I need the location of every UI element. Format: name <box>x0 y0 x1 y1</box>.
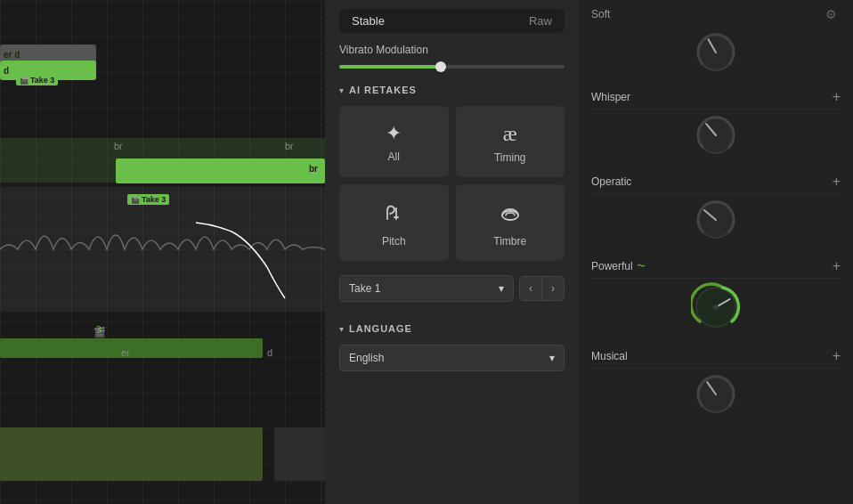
take-value: Take 1 <box>349 282 380 295</box>
musical-label: Musical <box>591 350 628 362</box>
green-bar: br <box>116 159 325 183</box>
soft-knob-container <box>588 27 844 82</box>
timing-icon: æ <box>503 123 517 144</box>
operatic-row: Operatic + <box>588 167 844 194</box>
powerful-name-group: Powerful 〜 <box>591 260 646 272</box>
stable-raw-bar[interactable]: Stable Raw <box>339 9 565 33</box>
retake-label-all: All <box>388 150 400 163</box>
section-arrow-language: ▾ <box>339 324 344 334</box>
note-placeholder <box>274 427 325 481</box>
language-title: LANGUAGE <box>349 323 412 334</box>
language-value: English <box>349 352 384 364</box>
nav-arrows: ‹ › <box>519 276 565 301</box>
nav-next-btn[interactable]: › <box>542 277 564 300</box>
ai-retakes-header[interactable]: ▾ AI RETAKES <box>325 77 579 101</box>
language-dropdown-arrow: ▾ <box>549 352 555 364</box>
svg-point-5 <box>713 305 719 310</box>
whisper-label: Whisper <box>591 91 630 103</box>
style-item-operatic: Operatic + <box>588 167 844 249</box>
language-header[interactable]: ▾ LANGUAGE <box>325 316 579 339</box>
retakes-grid: ✦ All æ Timing Pitch <box>325 101 579 272</box>
musical-row: Musical + <box>588 341 844 369</box>
take-badge-2: Take 3 <box>127 194 169 205</box>
stable-label: Stable <box>352 14 385 28</box>
take-selector-row: Take 1 ▾ ‹ › <box>325 272 579 313</box>
d-label: d <box>267 347 272 358</box>
retake-label-timbre: Timbre <box>493 235 526 248</box>
powerful-active-icon: 〜 <box>637 260 646 272</box>
br-label-3: br <box>309 164 318 174</box>
br-label-2: br <box>285 141 294 151</box>
language-section: ▾ LANGUAGE English ▾ <box>325 313 579 378</box>
operatic-label: Operatic <box>591 175 631 188</box>
whisper-row: Whisper + <box>588 82 844 110</box>
operatic-add-btn[interactable]: + <box>833 174 841 190</box>
whisper-knob-container <box>588 110 844 165</box>
vibrato-section: Vibrato Modulation <box>325 33 579 77</box>
musical-knob[interactable] <box>694 372 738 417</box>
powerful-row: Powerful 〜 + <box>588 251 844 279</box>
waveform-area: Take 3 🎬 3 <box>0 187 325 312</box>
style-item-whisper: Whisper + <box>588 82 844 165</box>
top-bar: Soft ⚙ <box>588 0 844 27</box>
musical-knob-container <box>588 369 844 424</box>
br-label-1: br <box>114 141 123 151</box>
all-icon: ✦ <box>386 124 402 143</box>
slider-thumb[interactable] <box>435 61 446 72</box>
retake-card-timbre[interactable]: Timbre <box>456 184 565 261</box>
retake-card-pitch[interactable]: Pitch <box>339 184 449 261</box>
waveform-svg <box>0 187 325 312</box>
whisper-knob[interactable] <box>694 113 738 158</box>
retake-label-pitch: Pitch <box>382 235 406 248</box>
gear-button[interactable]: ⚙ <box>822 4 841 25</box>
center-panel: Stable Raw Vibrato Modulation ▾ AI RETAK… <box>325 0 579 504</box>
whisper-add-btn[interactable]: + <box>833 89 841 105</box>
style-item-powerful: Powerful 〜 + <box>588 251 844 339</box>
operatic-knob-container <box>588 194 844 249</box>
bottom-note-2[interactable] <box>0 427 263 481</box>
film-number-2: 3 <box>96 325 102 335</box>
pitch-icon <box>382 201 405 228</box>
raw-label: Raw <box>529 14 552 28</box>
piano-roll: er d d Take 3 br br br Take 3 🎬 3 er d <box>0 0 325 504</box>
style-item-musical: Musical + <box>588 341 844 424</box>
stable-raw-section: Stable Raw <box>325 0 579 33</box>
retake-card-timing[interactable]: æ Timing <box>456 106 565 177</box>
vibrato-slider[interactable] <box>339 65 565 69</box>
soft-knob[interactable] <box>694 30 738 75</box>
soft-label: Soft <box>591 8 610 20</box>
language-dropdown[interactable]: English ▾ <box>339 345 565 371</box>
take-dropdown-arrow: ▾ <box>499 282 504 295</box>
take-badge-1: Take 3 <box>16 75 58 85</box>
powerful-label: Powerful <box>591 260 633 272</box>
ai-retakes-title: AI RETAKES <box>349 85 417 95</box>
powerful-knob-container <box>588 279 844 339</box>
right-panel: Soft ⚙ Whisper + Operatic + <box>579 0 853 504</box>
operatic-knob[interactable] <box>694 198 738 242</box>
take-dropdown[interactable]: Take 1 ▾ <box>339 275 514 302</box>
powerful-add-btn[interactable]: + <box>833 258 841 274</box>
slider-fill <box>339 65 441 69</box>
retake-card-all[interactable]: ✦ All <box>339 106 449 177</box>
timbre-icon <box>499 201 522 228</box>
er-label: er <box>121 347 130 358</box>
nav-prev-btn[interactable]: ‹ <box>520 277 541 300</box>
musical-add-btn[interactable]: + <box>833 348 841 364</box>
retake-label-timing: Timing <box>494 151 526 164</box>
section-arrow-retakes: ▾ <box>339 85 344 95</box>
vibrato-title: Vibrato Modulation <box>339 44 565 56</box>
bottom-note-1[interactable] <box>0 338 263 358</box>
powerful-knob[interactable] <box>691 282 741 332</box>
